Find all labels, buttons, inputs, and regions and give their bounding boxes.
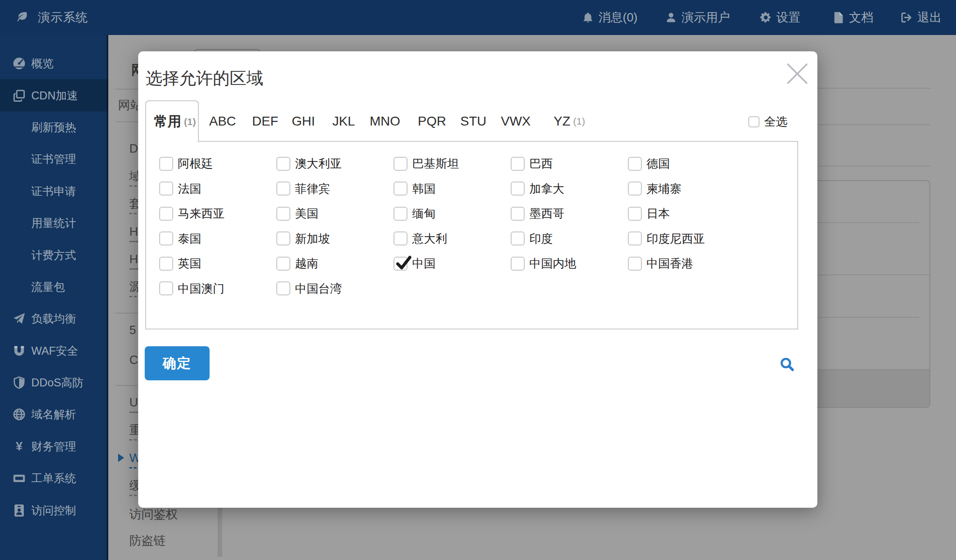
navbar-item[interactable]: 演示用户	[665, 0, 730, 35]
sidebar-item-财务管理[interactable]: ¥财务管理	[0, 431, 108, 462]
region-option-日本[interactable]: 日本	[628, 206, 670, 221]
region-checkbox[interactable]	[394, 257, 408, 271]
region-checkbox[interactable]	[628, 207, 642, 221]
region-option-意大利[interactable]: 意大利	[394, 231, 447, 246]
region-checkbox[interactable]	[628, 257, 642, 271]
region-checkbox[interactable]	[394, 231, 408, 245]
region-option-新加坡[interactable]: 新加坡	[276, 231, 330, 246]
region-checkbox[interactable]	[159, 157, 173, 171]
region-option-德国[interactable]: 德国	[628, 156, 670, 171]
search-icon[interactable]	[780, 357, 794, 371]
region-checkbox[interactable]	[394, 157, 408, 171]
select-all-checkbox[interactable]	[748, 116, 759, 127]
tab-常用[interactable]: 常用(1)	[145, 100, 199, 142]
navbar-item[interactable]: 退出	[900, 0, 942, 35]
sidebar-item-CDN加速[interactable]: CDN加速	[0, 79, 108, 111]
region-option-马来西亚[interactable]: 马来西亚	[159, 206, 225, 221]
tab-label: PQR	[418, 114, 446, 129]
region-option-巴西[interactable]: 巴西	[511, 156, 553, 171]
region-checkbox[interactable]	[276, 231, 290, 245]
sidebar-item-工单系统[interactable]: 工单系统	[0, 462, 108, 494]
region-checkbox[interactable]	[511, 257, 525, 271]
region-checkbox[interactable]	[159, 257, 173, 271]
region-option-墨西哥[interactable]: 墨西哥	[511, 206, 564, 221]
idbadge-icon	[13, 504, 26, 517]
region-option-阿根廷[interactable]: 阿根廷	[159, 156, 213, 171]
region-option-缅甸[interactable]: 缅甸	[394, 206, 436, 221]
region-option-澳大利亚[interactable]: 澳大利亚	[276, 156, 342, 171]
region-checkbox[interactable]	[276, 157, 290, 171]
sidebar-item-流量包[interactable]: 流量包	[0, 271, 108, 303]
navbar-item[interactable]: 设置	[759, 0, 801, 35]
region-checkbox[interactable]	[276, 207, 290, 221]
sidebar-item-证书申请[interactable]: 证书申请	[0, 175, 108, 207]
tab-STU[interactable]: STU	[460, 100, 486, 142]
region-label: 澳大利亚	[295, 156, 342, 171]
sidebar-item-刷新预热[interactable]: 刷新预热	[0, 112, 108, 143]
region-checkbox[interactable]	[511, 157, 525, 171]
sidebar-item-用量统计[interactable]: 用量统计	[0, 207, 108, 239]
region-option-中国[interactable]: 中国	[394, 256, 436, 271]
ticket-icon	[13, 472, 26, 485]
gauge-icon	[13, 57, 26, 70]
region-checkbox[interactable]	[394, 207, 408, 221]
sidebar-item-负载均衡[interactable]: 负载均衡	[0, 303, 108, 335]
region-option-中国台湾[interactable]: 中国台湾	[276, 281, 342, 296]
region-option-美国[interactable]: 美国	[276, 206, 318, 221]
region-option-柬埔寨[interactable]: 柬埔寨	[628, 182, 682, 196]
region-option-越南[interactable]: 越南	[276, 256, 318, 271]
region-option-巴基斯坦[interactable]: 巴基斯坦	[394, 156, 459, 171]
region-option-加拿大[interactable]: 加拿大	[511, 182, 564, 196]
tab-DEF[interactable]: DEF	[252, 100, 278, 142]
region-checkbox[interactable]	[276, 281, 290, 295]
region-checkbox[interactable]	[159, 182, 173, 196]
region-label: 马来西亚	[178, 206, 225, 221]
region-option-泰国[interactable]: 泰国	[159, 231, 201, 246]
region-checkbox[interactable]	[394, 182, 408, 196]
region-checkbox[interactable]	[276, 182, 290, 196]
sidebar-item-label: 证书申请	[31, 184, 76, 199]
select-all-control[interactable]: 全选	[748, 114, 787, 129]
region-option-印度尼西亚[interactable]: 印度尼西亚	[628, 231, 705, 246]
region-checkbox[interactable]	[159, 281, 173, 295]
region-label: 加拿大	[529, 181, 564, 196]
tab-ABC[interactable]: ABC	[209, 100, 236, 142]
region-option-法国[interactable]: 法国	[159, 182, 201, 196]
sidebar-item-WAF安全[interactable]: WAF安全	[0, 335, 108, 367]
sidebar-item-概览[interactable]: 概览	[0, 48, 108, 79]
region-checkbox[interactable]	[511, 182, 525, 196]
region-checkbox[interactable]	[628, 182, 642, 196]
check-icon	[394, 256, 411, 273]
region-checkbox[interactable]	[628, 231, 642, 245]
sidebar-item-域名解析[interactable]: 域名解析	[0, 399, 108, 430]
tab-VWX[interactable]: VWX	[501, 100, 531, 142]
region-option-英国[interactable]: 英国	[159, 256, 201, 271]
region-option-印度[interactable]: 印度	[511, 231, 553, 246]
tab-JKL[interactable]: JKL	[332, 100, 355, 142]
close-icon[interactable]	[786, 63, 808, 85]
region-checkbox[interactable]	[511, 207, 525, 221]
bell-icon	[582, 11, 594, 24]
region-option-中国内地[interactable]: 中国内地	[511, 256, 576, 271]
tab-PQR[interactable]: PQR	[418, 100, 446, 142]
region-checkbox[interactable]	[276, 257, 290, 271]
region-checkbox[interactable]	[511, 231, 525, 245]
region-tabs: 常用(1)ABCDEFGHIJKLMNOPQRSTUVWXYZ(1)	[138, 100, 817, 142]
tab-MNO[interactable]: MNO	[370, 100, 400, 142]
tab-GHI[interactable]: GHI	[292, 100, 315, 142]
region-option-中国香港[interactable]: 中国香港	[628, 256, 693, 271]
sidebar-item-访问控制[interactable]: 访问控制	[0, 494, 108, 526]
region-checkbox[interactable]	[628, 157, 642, 171]
sidebar-item-DDoS高防[interactable]: DDoS高防	[0, 367, 108, 399]
tab-YZ[interactable]: YZ(1)	[554, 100, 585, 142]
navbar-item[interactable]: 消息(0)	[582, 0, 638, 35]
sidebar-item-计费方式[interactable]: 计费方式	[0, 239, 108, 271]
region-checkbox[interactable]	[159, 231, 173, 245]
region-option-韩国[interactable]: 韩国	[394, 182, 436, 196]
navbar-item[interactable]: 文档	[832, 0, 873, 35]
region-checkbox[interactable]	[159, 207, 173, 221]
region-option-菲律宾[interactable]: 菲律宾	[276, 182, 330, 196]
sidebar-item-证书管理[interactable]: 证书管理	[0, 143, 108, 175]
confirm-button[interactable]: 确定	[145, 346, 210, 380]
region-option-中国澳门[interactable]: 中国澳门	[159, 281, 225, 296]
